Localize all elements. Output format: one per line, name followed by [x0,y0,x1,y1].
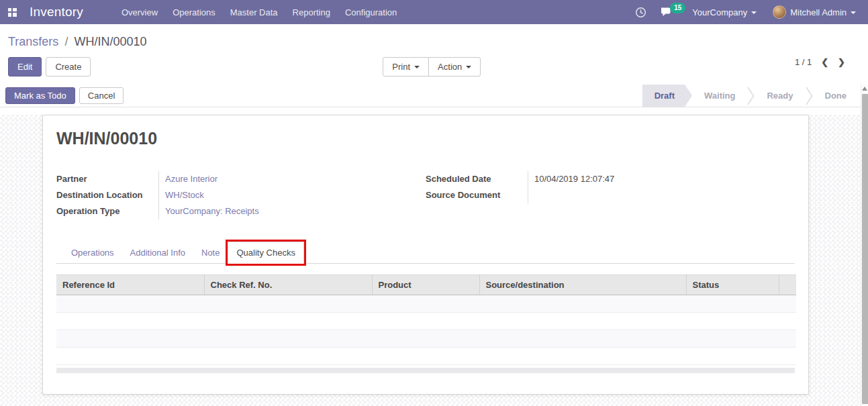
status-step-done[interactable]: Done [813,85,859,107]
step-separator-icon [806,85,813,107]
user-menu[interactable]: Mitchell Admin [765,0,868,24]
breadcrumb-transfers-link[interactable]: Transfers [8,35,58,48]
table-header-row: Reference Id Check Ref. No. Product Sour… [56,275,796,295]
status-step-waiting[interactable]: Waiting [692,85,747,107]
quality-checks-table: Reference Id Check Ref. No. Product Sour… [56,274,796,365]
user-name: Mitchell Admin [790,7,847,17]
field-value-operation-type[interactable]: YourCompany: Receipts [158,203,426,219]
main-menu: Overview Operations Master Data Reportin… [114,0,404,24]
status-step-draft[interactable]: Draft [642,85,692,107]
field-scheduled-date: Scheduled Date 10/04/2019 12:07:47 [426,171,795,187]
menu-overview[interactable]: Overview [114,0,165,24]
tab-additional-info[interactable]: Additional Info [122,242,193,263]
form-statusbar: Mark as Todo Cancel Draft Waiting Ready … [0,85,868,107]
field-group-left: Partner Azure Interior Destination Locat… [56,171,426,219]
pager-next-button[interactable]: ❯ [838,57,845,67]
column-header-product[interactable]: Product [372,275,479,295]
app-title[interactable]: Inventory [30,5,83,19]
apps-grid-icon [8,8,17,17]
breadcrumb-separator: / [64,35,68,48]
field-source-document: Source Document [426,187,795,203]
status-steps: Draft Waiting Ready Done [642,85,868,107]
table-empty-row[interactable] [56,313,796,330]
company-switcher[interactable]: YourCompany [684,0,765,24]
field-label-scheduled-date: Scheduled Date [426,171,528,187]
field-label-source-document: Source Document [426,187,528,203]
step-separator-icon [747,85,755,107]
mark-as-todo-button[interactable]: Mark as Todo [5,87,75,104]
caret-down-icon [851,11,856,14]
top-navbar: Inventory Overview Operations Master Dat… [0,0,868,24]
user-avatar [773,5,786,19]
activities-button[interactable] [628,0,653,24]
field-partner: Partner Azure Interior [56,171,426,187]
scrollbar-thumb[interactable] [862,94,868,404]
apps-menu-button[interactable] [0,0,24,24]
tab-quality-checks[interactable]: Quality Checks [228,242,303,264]
scroll-up-button[interactable] [861,84,868,93]
field-value-source-document [528,187,795,203]
column-header-reference-id[interactable]: Reference Id [56,275,204,295]
control-panel: Transfers / WH/IN/00010 Edit Create Prin… [0,24,868,85]
messages-button[interactable]: 15 [653,0,684,24]
pager: 1 / 1 ❮ ❯ [795,57,860,67]
caret-down-icon [414,66,420,68]
field-groups: Partner Azure Interior Destination Locat… [56,171,795,219]
cancel-button[interactable]: Cancel [79,87,124,104]
control-panel-buttons: Edit Create Print Action 1 / 1 ❮ ❯ [8,57,860,85]
pager-value: 1 / 1 [795,57,812,67]
field-label-destination-location: Destination Location [56,187,158,203]
caret-down-icon [466,66,471,68]
menu-reporting[interactable]: Reporting [285,0,338,24]
field-group-right: Scheduled Date 10/04/2019 12:07:47 Sourc… [426,171,795,219]
action-dropdown-button[interactable]: Action [428,57,481,77]
table-empty-row[interactable] [56,348,796,365]
menu-master-data[interactable]: Master Data [223,0,285,24]
vertical-scrollbar[interactable] [861,84,868,406]
field-label-operation-type: Operation Type [56,203,158,219]
field-value-destination-location[interactable]: WH/Stock [158,187,426,203]
print-dropdown-button[interactable]: Print [383,57,429,77]
notebook-tabs: Operations Additional Info Note Quality … [56,242,795,264]
breadcrumb: Transfers / WH/IN/00010 [8,35,860,49]
form-sheet: WH/IN/00010 Partner Azure Interior Desti… [42,115,809,395]
breadcrumb-current: WH/IN/00010 [74,35,146,48]
company-name: YourCompany [692,7,747,17]
field-destination-location: Destination Location WH/Stock [56,187,426,203]
column-header-extra [779,275,796,295]
create-button[interactable]: Create [46,57,91,77]
table-empty-row[interactable] [56,330,796,348]
status-step-ready[interactable]: Ready [755,85,805,107]
edit-button[interactable]: Edit [8,57,42,77]
form-view-content: WH/IN/00010 Partner Azure Interior Desti… [0,115,868,406]
column-header-check-ref-no[interactable]: Check Ref. No. [204,275,372,295]
field-operation-type: Operation Type YourCompany: Receipts [56,203,426,219]
arrow-up-icon [862,87,867,91]
table-empty-row[interactable] [56,295,796,313]
pager-previous-button[interactable]: ❮ [821,57,828,67]
tab-note[interactable]: Note [193,242,228,263]
messages-count-badge: 15 [670,3,685,13]
column-header-status[interactable]: Status [686,275,779,295]
record-title: WH/IN/00010 [56,129,795,148]
action-button-group: Print Action [383,57,481,77]
field-value-partner[interactable]: Azure Interior [158,171,426,187]
field-label-partner: Partner [56,171,158,187]
systray: 15 YourCompany Mitchell Admin [628,0,868,24]
clock-icon [635,7,646,18]
caret-down-icon [751,11,757,14]
table-footer-bar [56,368,795,373]
menu-operations[interactable]: Operations [165,0,223,24]
column-header-source-destination[interactable]: Source/destination [479,275,686,295]
field-value-scheduled-date: 10/04/2019 12:07:47 [528,171,795,187]
tab-operations[interactable]: Operations [63,242,122,263]
menu-configuration[interactable]: Configuration [338,0,404,24]
